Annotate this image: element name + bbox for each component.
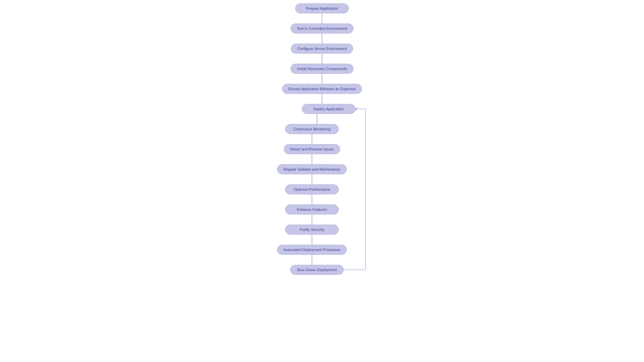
connector-10-11: [312, 215, 312, 225]
node-enhance-features: Enhance Features: [285, 204, 339, 215]
node-ensure-behavior: Ensure Application Behaves as Expected: [282, 84, 362, 94]
connector-1-2: [322, 34, 322, 44]
connector-2-3: [322, 54, 322, 64]
node-test-controlled: Test in Controlled Environment: [290, 23, 354, 34]
connector-5-6: [317, 114, 317, 124]
node-prepare-application: Prepare Application: [295, 3, 349, 13]
node-blue-green: Blue-Green Deployment: [290, 265, 344, 275]
node-regular-updates: Regular Updates and Maintenance: [277, 164, 347, 174]
connector-6-7: [312, 134, 312, 144]
connector-12-13: [312, 255, 312, 265]
connector-7-8: [312, 154, 312, 164]
node-automated-deployment: Automated Deployment Processes: [277, 245, 346, 255]
node-optimize-performance: Optimize Performance: [285, 184, 339, 194]
connector-11-12: [312, 235, 312, 245]
connector-3-4: [322, 74, 322, 84]
node-detect-resolve: Detect and Resolve Issues: [284, 144, 340, 154]
connector-4-5: [322, 94, 322, 104]
connector-0-1: [322, 13, 322, 23]
node-continuous-monitoring: Continuous Monitoring: [285, 124, 339, 134]
node-configure-server: Configure Server Environment: [291, 44, 353, 54]
connector-8-9: [312, 174, 312, 184]
node-install-components: Install Necessary Components: [290, 64, 353, 74]
connector-9-10: [312, 194, 312, 204]
node-deploy-application: Deploy Application: [302, 104, 356, 114]
node-fortify-security: Fortify Security: [285, 225, 339, 235]
